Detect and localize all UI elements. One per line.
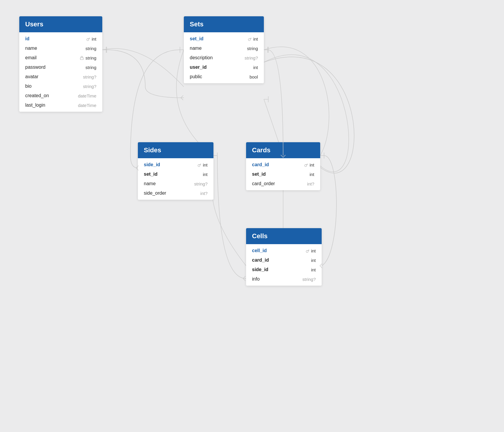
cells-body: cell_id int card_id int side_id i xyxy=(246,244,322,286)
field-name: description xyxy=(190,55,213,60)
table-row: side_order int? xyxy=(138,188,213,198)
table-row: name string xyxy=(19,44,102,53)
field-name: public xyxy=(190,74,202,79)
field-right: int xyxy=(305,248,316,253)
table-row: name string xyxy=(184,44,264,53)
cards-header: Cards xyxy=(246,142,320,158)
cells-header: Cells xyxy=(246,228,322,244)
field-right: int? xyxy=(307,181,314,186)
svg-line-9 xyxy=(89,38,90,39)
svg-rect-11 xyxy=(80,57,83,60)
field-type: int? xyxy=(200,191,208,196)
field-type: int xyxy=(253,36,258,41)
field-name: id xyxy=(25,36,29,41)
key-icon xyxy=(303,162,308,167)
svg-line-26 xyxy=(309,250,309,251)
field-name: created_on xyxy=(25,93,49,98)
field-name: cell_id xyxy=(252,248,267,253)
field-name: set_id xyxy=(144,172,157,177)
field-name: avatar xyxy=(25,74,38,79)
field-type: int xyxy=(203,162,208,167)
field-right: string? xyxy=(245,55,258,60)
table-row: card_id int xyxy=(246,160,320,169)
field-type: string? xyxy=(194,181,208,186)
field-name: side_order xyxy=(144,191,166,196)
lock-icon xyxy=(80,56,84,60)
field-right: int xyxy=(253,65,258,70)
svg-line-22 xyxy=(307,164,308,165)
field-type: string xyxy=(85,55,96,60)
field-right: string? xyxy=(302,277,316,282)
cards-table: Cards card_id int set_id int xyxy=(246,142,320,190)
svg-line-19 xyxy=(200,164,200,165)
users-table: Users id int name string xyxy=(19,16,102,112)
sets-table: Sets set_id int name string xyxy=(184,16,264,83)
key-icon xyxy=(85,36,90,41)
field-type: string? xyxy=(245,55,258,60)
table-row: side_id int xyxy=(246,265,322,274)
key-icon xyxy=(247,36,252,41)
table-row: info string? xyxy=(246,274,322,284)
field-name: name xyxy=(25,46,37,51)
field-right: int xyxy=(86,36,96,41)
field-name: last_login xyxy=(25,103,45,108)
field-type: int xyxy=(203,172,208,177)
field-name: bio xyxy=(25,84,31,89)
field-name: card_id xyxy=(252,162,269,167)
field-type: int xyxy=(92,36,96,41)
field-name: user_id xyxy=(190,65,207,70)
table-row: card_order int? xyxy=(246,179,320,188)
field-name: card_order xyxy=(252,181,275,186)
table-row: set_id int xyxy=(184,34,264,44)
sets-header: Sets xyxy=(184,16,264,32)
diagram-canvas: Users id int name string xyxy=(0,0,504,432)
table-row: card_id int xyxy=(246,255,322,265)
field-type: string? xyxy=(83,74,96,79)
field-right: string xyxy=(247,46,258,51)
field-type: string xyxy=(247,46,258,51)
table-row: created_on dateTime xyxy=(19,91,102,100)
table-row: cell_id int xyxy=(246,246,322,255)
field-name: side_id xyxy=(144,162,160,167)
field-type: int xyxy=(310,162,314,167)
field-name: info xyxy=(252,276,260,282)
table-row: email string xyxy=(19,53,102,63)
field-type: string xyxy=(85,65,96,70)
field-right: string xyxy=(80,55,96,60)
field-right: int xyxy=(311,267,316,272)
field-name: set_id xyxy=(252,172,266,177)
table-row: last_login dateTime xyxy=(19,100,102,110)
field-type: int xyxy=(253,65,258,70)
field-right: int xyxy=(310,172,314,177)
field-right: string? xyxy=(83,74,96,79)
table-row: side_id int xyxy=(138,160,213,169)
field-name: name xyxy=(144,181,156,186)
field-name: email xyxy=(25,55,36,60)
field-type: dateTime xyxy=(78,93,96,98)
table-row: bio string? xyxy=(19,81,102,91)
field-right: bool xyxy=(250,74,258,79)
field-type: string? xyxy=(302,277,316,282)
key-icon xyxy=(197,162,202,167)
field-type: int xyxy=(311,267,316,272)
sets-body: set_id int name string description xyxy=(184,32,264,83)
table-row: user_id int xyxy=(184,63,264,72)
field-right: int xyxy=(197,162,208,167)
key-icon xyxy=(305,248,310,253)
svg-line-23 xyxy=(307,164,307,165)
field-name: card_id xyxy=(252,257,269,263)
svg-line-14 xyxy=(251,38,251,39)
cards-body: card_id int set_id int card_order xyxy=(246,158,320,190)
field-right: string xyxy=(85,46,96,51)
field-right: int xyxy=(247,36,258,41)
field-name: name xyxy=(190,46,202,51)
svg-line-18 xyxy=(200,164,201,165)
field-right: int xyxy=(311,258,316,263)
field-type: int xyxy=(311,258,316,263)
table-row: description string? xyxy=(184,53,264,63)
svg-line-27 xyxy=(308,250,309,251)
field-right: int xyxy=(203,172,208,177)
field-type: int xyxy=(310,172,314,177)
field-right: int xyxy=(304,162,314,167)
table-row: public bool xyxy=(184,72,264,81)
